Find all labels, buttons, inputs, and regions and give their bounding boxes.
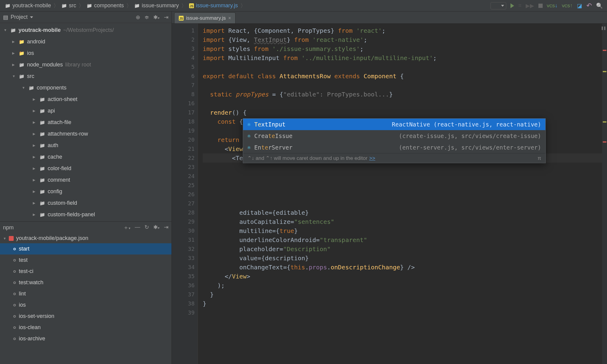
npm-script-item[interactable]: test:watch — [0, 277, 171, 288]
close-icon[interactable]: × — [228, 15, 231, 21]
overview-mark[interactable] — [603, 50, 606, 51]
code-line[interactable]: autoCapitalize="sentences" — [203, 217, 607, 226]
code-line[interactable] — [203, 181, 607, 190]
tree-item-label: comment — [48, 177, 70, 183]
coverage-icon[interactable]: ▶▶ — [526, 2, 534, 9]
breadcrumb-item[interactable]: components — [85, 2, 126, 9]
code-line[interactable] — [203, 99, 607, 108]
code-line[interactable]: import React, {Component, PropTypes} fro… — [203, 26, 607, 35]
code-line[interactable]: render() { — [203, 108, 607, 117]
npm-package-row[interactable]: ▼ youtrack-mobile/package.json — [0, 233, 171, 243]
code-line[interactable]: } — [203, 290, 607, 299]
collapse-icon[interactable]: ≑ — [144, 14, 149, 21]
code-area[interactable]: import React, {Component, PropTypes} fro… — [198, 24, 607, 364]
tree-item[interactable]: ▶comment — [0, 174, 171, 186]
code-line[interactable]: value={description} — [203, 254, 607, 263]
tree-components[interactable]: ▼ components — [0, 82, 171, 93]
code-line[interactable]: multiline={true} — [203, 226, 607, 235]
run-icon[interactable] — [510, 3, 514, 8]
npm-script-item[interactable]: ios-set-version — [0, 311, 171, 322]
tree-root[interactable]: ▼ youtrack-mobile ~/WebstormProjects/ — [0, 24, 171, 36]
code-line[interactable]: export default class AttachmentsRow exte… — [203, 72, 607, 81]
pi-icon[interactable]: π — [537, 154, 541, 163]
breadcrumb-item[interactable]: JSissue-summary.js — [187, 2, 240, 9]
npm-script-item[interactable]: lint — [0, 288, 171, 299]
tree-item[interactable]: ▶android — [0, 36, 171, 47]
code-line[interactable]: import MultilineInput from '../multiline… — [203, 53, 607, 62]
tree-item[interactable]: ▶config — [0, 186, 171, 197]
code-line[interactable]: ); — [203, 281, 607, 290]
code-line[interactable]: import styles from './issue-summary.styl… — [203, 44, 607, 53]
hide-panel-icon[interactable]: ⇥ — [164, 14, 168, 21]
hide-panel-icon[interactable]: ⇥ — [164, 224, 168, 231]
tree-item[interactable]: ▶ios — [0, 47, 171, 59]
npm-script-item[interactable]: test — [0, 254, 171, 266]
overview-mark[interactable] — [603, 141, 606, 143]
code-line[interactable]: onChangeText={this.props.onDescriptionCh… — [203, 263, 607, 272]
search-icon[interactable] — [596, 2, 603, 9]
code-line[interactable]: </View> — [203, 272, 607, 281]
debug-icon[interactable]: ⌗ — [518, 2, 521, 9]
tree-item[interactable]: ▶auth — [0, 140, 171, 151]
completion-item[interactable]: ⚛CreateIssue(create-issue.js, src/views/… — [243, 130, 545, 142]
completion-hintbar: ⌃↓ and ⌃↑ will move caret down and up in… — [243, 153, 545, 163]
vcs-pull-icon[interactable]: VCS↓ — [547, 2, 558, 9]
code-line[interactable] — [203, 163, 607, 172]
code-line[interactable]: editable={editable} — [203, 208, 607, 217]
npm-script-item[interactable]: ios-clean — [0, 322, 171, 333]
tree-item-suffix: library root — [65, 62, 91, 68]
code-line[interactable]: import {View, TextInput} from 'react-nat… — [203, 35, 607, 44]
code-line[interactable]: underlineColorAndroid="transparent" — [203, 235, 607, 244]
completion-item[interactable]: ⚛TextInputReactNative (react-native.js, … — [243, 119, 545, 130]
tree-item[interactable]: ▶action-sheet — [0, 93, 171, 105]
tree-item[interactable]: ▶custom-fields-panel — [0, 209, 171, 220]
settings-icon[interactable]: ✱▾ — [153, 14, 160, 21]
code-line[interactable] — [203, 62, 607, 72]
run-config-dropdown[interactable] — [490, 2, 506, 9]
chevron-down-icon[interactable] — [30, 16, 33, 18]
code-line[interactable] — [203, 81, 607, 90]
tree-item[interactable]: ▶attach-file — [0, 116, 171, 128]
project-tree[interactable]: ▼ youtrack-mobile ~/WebstormProjects/ ▶a… — [0, 23, 171, 221]
tree-item[interactable]: ▶custom-field — [0, 197, 171, 209]
editor-body[interactable]: 1234567816171819202122232425262728293031… — [172, 24, 607, 364]
npm-script-item[interactable]: ios — [0, 299, 171, 311]
npm-script-item[interactable]: start — [0, 243, 171, 254]
hint-link[interactable]: >> — [369, 154, 375, 163]
settings-icon[interactable]: ✱▾ — [153, 224, 160, 231]
breadcrumb-item[interactable]: issue-summary — [132, 2, 181, 9]
sync-icon[interactable]: ◪ — [577, 2, 582, 9]
stop-icon[interactable] — [538, 4, 543, 8]
completion-popup[interactable]: ⚛TextInputReactNative (react-native.js, … — [243, 118, 546, 163]
tree-item[interactable]: ▶node_modules library root — [0, 59, 171, 70]
remove-icon[interactable]: — — [135, 224, 140, 231]
code-line[interactable] — [203, 308, 607, 317]
overview-mark[interactable] — [603, 71, 606, 72]
bullet-icon — [13, 326, 16, 329]
breadcrumb-item[interactable]: youtrack-mobile — [3, 2, 53, 9]
reload-icon[interactable]: ↻ — [144, 224, 149, 231]
tree-item-label: components — [37, 85, 66, 91]
code-line[interactable] — [203, 172, 607, 181]
locate-icon[interactable]: ⊕ — [136, 14, 140, 21]
code-line[interactable]: static propTypes = {"editable": PropType… — [203, 90, 607, 99]
code-line[interactable] — [203, 190, 607, 199]
npm-script-item[interactable]: ios-archive — [0, 333, 171, 344]
breadcrumb-item[interactable]: src — [59, 2, 78, 9]
tree-item[interactable]: ▶api — [0, 105, 171, 116]
completion-item[interactable]: ⚛EnterServer(enter-server.js, src/views/… — [243, 142, 545, 153]
npm-script-item[interactable]: test-ci — [0, 266, 171, 277]
tree-src[interactable]: ▼ src — [0, 70, 171, 82]
tree-item[interactable]: ▶color-field — [0, 163, 171, 174]
editor-tab[interactable]: JS issue-summary.js × — [174, 12, 236, 23]
undo-icon[interactable]: ↶ — [586, 2, 592, 10]
tree-item[interactable]: ▶cache — [0, 151, 171, 163]
code-line[interactable] — [203, 199, 607, 208]
tree-item[interactable]: ▶attachments-row — [0, 128, 171, 140]
code-line[interactable]: } — [203, 299, 607, 308]
add-icon[interactable]: ＋▾ — [123, 224, 131, 231]
overview-mark[interactable] — [603, 121, 606, 123]
code-line[interactable]: placeholder="Description" — [203, 244, 607, 254]
vcs-push-icon[interactable]: VCS↑ — [562, 2, 573, 9]
overview-ruler[interactable]: ❚❚ — [602, 24, 607, 364]
